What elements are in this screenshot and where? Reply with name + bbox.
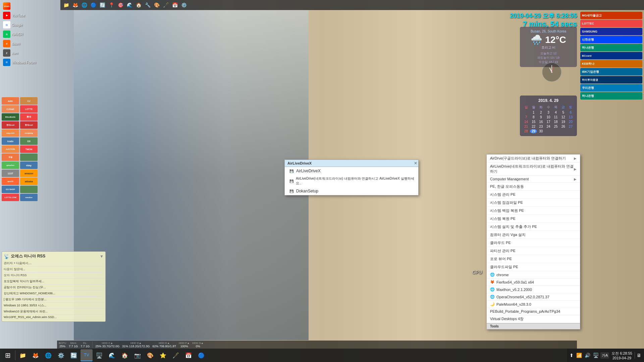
- sidebar-item-msn[interactable]: msn: [2, 2, 40, 10]
- brand-woori[interactable]: 우리은행: [580, 84, 642, 92]
- rcm-item-10[interactable]: 클라우드 PE: [487, 239, 580, 247]
- rss-item-3[interactable]: 포모잡복제 악사가 알려주세...: [4, 279, 104, 285]
- taskbar-browser2-icon[interactable]: 🔵: [89, 1, 97, 9]
- rcm-item-0[interactable]: AirDrve(구글드라이브)로 내컴퓨터와 연결하기 ▶: [487, 155, 580, 163]
- rcm-item-4[interactable]: 시스템 관리 PE: [487, 191, 580, 199]
- brand-shinhan[interactable]: 신한은행: [580, 36, 642, 43]
- taskbar-btn-chrome[interactable]: 🔵: [195, 349, 207, 361]
- rcm-item-11[interactable]: 파티션 관리 PE: [487, 247, 580, 255]
- taskbar-btn-wave[interactable]: 🌊: [106, 349, 118, 361]
- cal-day-8[interactable]: 8: [530, 115, 537, 119]
- sidebar-item-daum[interactable]: d daum: [2, 39, 40, 48]
- taskbar-btn-pen[interactable]: 🖋️: [170, 349, 182, 361]
- brand-samsung[interactable]: SAMSUNG: [580, 28, 642, 35]
- taskbar-target-icon[interactable]: 🎯: [116, 1, 124, 9]
- taskbar-btn-settings[interactable]: ⚙️: [55, 349, 67, 361]
- context-menu-item-3[interactable]: 💾 DokanSetup: [285, 187, 418, 195]
- cal-day-27[interactable]: 27: [567, 124, 574, 129]
- sidebar-item-windows-forum[interactable]: ⊞ Windows Forum: [2, 58, 40, 67]
- rss-item-5[interactable]: 강산에게고 WINDOWS7_HOMEX86...: [4, 291, 104, 297]
- shop-empty1[interactable]: [20, 154, 38, 161]
- brand-mg[interactable]: MG새마을금고: [580, 12, 642, 19]
- cal-day-10[interactable]: 10: [545, 115, 552, 119]
- tray-network-icon[interactable]: 📶: [575, 352, 583, 359]
- brand-keb[interactable]: KEB하나: [580, 60, 642, 67]
- context-menu-item-1[interactable]: 💾 AirLiveDriveX: [285, 167, 418, 175]
- brand-hi[interactable]: 하이투자증권: [580, 76, 642, 83]
- taskbar-browser-icon[interactable]: 🌐: [80, 1, 88, 9]
- sidebar-item-google[interactable]: G Google: [2, 20, 40, 29]
- cal-day-25[interactable]: 25: [552, 124, 559, 129]
- taskbar-map-icon[interactable]: 📍: [107, 1, 115, 9]
- taskbar-btn-firefox[interactable]: 🦊: [30, 349, 42, 361]
- cal-day-13[interactable]: 13: [567, 115, 574, 119]
- cal-day-29-today[interactable]: 29: [530, 129, 537, 133]
- taskbar-photoshop-icon[interactable]: 🎨: [153, 1, 161, 9]
- taskbar-sync-icon[interactable]: 🔄: [98, 1, 106, 9]
- rss-item-8[interactable]: Windows10 운용제재에서 파런...: [4, 309, 104, 315]
- rcm-item-8[interactable]: 시스템 설치 및 추출 추가 PE: [487, 223, 580, 231]
- shop-coupang[interactable]: coupang: [20, 129, 38, 137]
- brand-ibk[interactable]: IBK기업은행: [580, 68, 642, 75]
- taskbar-pen-icon[interactable]: 🖋️: [162, 1, 170, 9]
- rcm-item-pebuild[interactable]: PEBuild_Portable_Programs_pArAoTPg34: [487, 308, 580, 315]
- cal-day-26[interactable]: 26: [560, 124, 567, 129]
- shop-hyundai2[interactable]: 현대moll: [20, 121, 38, 129]
- cal-day-18[interactable]: 18: [552, 120, 559, 124]
- start-button[interactable]: ⊞: [2, 349, 14, 361]
- shop-lottecom[interactable]: LOTTE.COM: [2, 194, 19, 201]
- cal-day-6[interactable]: 6: [567, 110, 574, 115]
- tray-up-arrow[interactable]: ⬆: [569, 352, 575, 359]
- cal-day-2[interactable]: 2: [537, 110, 544, 115]
- rcm-item-vdesktop[interactable]: Virtual Desktops 4창: [487, 315, 580, 323]
- brand-bccard[interactable]: BCcard: [580, 52, 642, 59]
- brand-hana[interactable]: 하나은행: [580, 44, 642, 51]
- cal-day-24[interactable]: 24: [545, 124, 552, 129]
- rcm-item-9[interactable]: 컴퓨터 관리 Vga 설치: [487, 231, 580, 239]
- cal-day-14[interactable]: 14: [523, 120, 530, 124]
- rcm-item-opera[interactable]: 🌐 OperaChrome64_v52.0.2871.37: [487, 293, 580, 301]
- taskbar-settings-icon[interactable]: ⚙️: [180, 1, 188, 9]
- shop-zum2[interactable]: 쿠팡: [2, 154, 19, 161]
- rss-item-7[interactable]: Windows 10 19th1 30/53 시스...: [4, 303, 104, 309]
- taskbar-btn-teamviewer[interactable]: TV: [80, 349, 93, 361]
- context-menu-close-button[interactable]: ✕: [414, 161, 417, 166]
- cal-day-3[interactable]: 3: [545, 110, 552, 115]
- cal-day-28[interactable]: 28: [523, 129, 530, 133]
- brand-lottec[interactable]: LOTTEC: [580, 20, 642, 27]
- shop-cjmall[interactable]: CJmall: [2, 105, 19, 113]
- rss-item-1[interactable]: 다운이 많은데...: [4, 266, 104, 273]
- shop-g9[interactable]: G9: [20, 137, 38, 145]
- rcm-item-3[interactable]: PE, 한글 오피스동동: [487, 183, 580, 191]
- taskbar-btn-sync[interactable]: 🔄: [68, 349, 80, 361]
- taskbar-btn-monitor[interactable]: 🖥️: [93, 349, 105, 361]
- cal-day-23[interactable]: 23: [537, 124, 544, 129]
- shop-battle[interactable]: BlizzBattle: [2, 113, 19, 121]
- taskbar-wave-icon[interactable]: 🌊: [125, 1, 133, 9]
- shop-gsshop[interactable]: GS SHOP: [2, 186, 19, 193]
- sidebar-item-youtube[interactable]: ▶ YouTube: [2, 11, 40, 20]
- sidebar-item-naver[interactable]: N NAVER: [2, 30, 40, 39]
- tray-show-desktop[interactable]: 🖥: [635, 352, 642, 359]
- shop-hyundai[interactable]: 현대moll: [2, 121, 19, 129]
- cal-day-9[interactable]: 9: [537, 115, 544, 119]
- brand-hana2[interactable]: 하나은행: [580, 92, 642, 100]
- shop-lotte1[interactable]: LOTTE: [20, 105, 38, 113]
- shop-qoo10[interactable]: qoo10: [2, 178, 19, 185]
- cal-day-5[interactable]: 5: [560, 110, 567, 115]
- rcm-item-5[interactable]: 시스템 점검파일 PE: [487, 199, 580, 207]
- shop-gmarket[interactable]: gmarket: [2, 162, 19, 169]
- cal-day-22[interactable]: 22: [530, 124, 537, 129]
- rcm-item-palemoon[interactable]: 🌙 PaleMoon64_v28.3.0: [487, 301, 580, 308]
- sidebar-item-zum[interactable]: Z zum: [2, 49, 40, 57]
- rss-item-9[interactable]: Win10PE_RSS_x64_Admin.wim SSD...: [4, 315, 104, 320]
- cal-day-30[interactable]: 30: [537, 129, 544, 133]
- shop-amazon[interactable]: amazon: [20, 170, 38, 177]
- cal-day-15[interactable]: 15: [530, 120, 537, 124]
- taskbar-calendar-icon[interactable]: 📅: [171, 1, 179, 9]
- taskbar-folder-icon[interactable]: 📁: [62, 1, 70, 9]
- shop-st11[interactable]: 11ST: [2, 170, 19, 177]
- taskbar-wrench-icon[interactable]: 🔧: [144, 1, 152, 9]
- shop-empty2[interactable]: [20, 186, 38, 193]
- shop-icado[interactable]: icado: [2, 137, 19, 145]
